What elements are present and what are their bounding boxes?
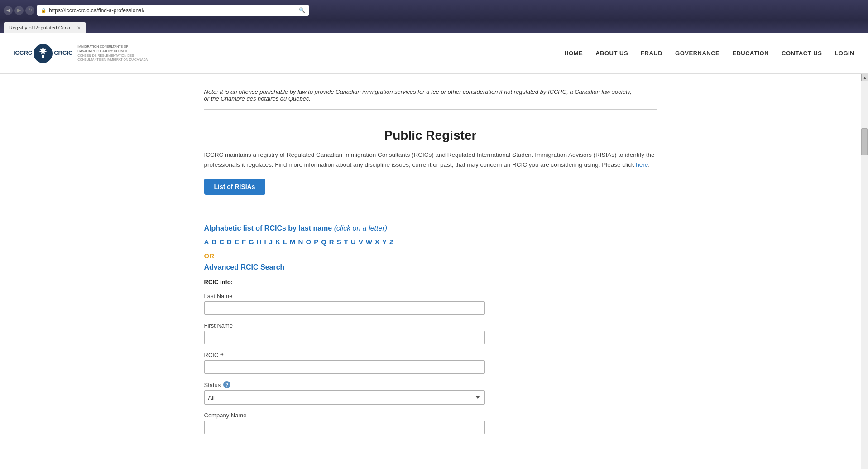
letter-i[interactable]: I xyxy=(264,238,266,246)
note-text: Note: It is an offense punishable by law… xyxy=(204,88,634,102)
content-wrapper: Note: It is an offense punishable by law… xyxy=(191,74,671,452)
tab-title: Registry of Regulated Cana... xyxy=(9,25,74,30)
letter-w[interactable]: W xyxy=(366,238,372,246)
status-info-icon[interactable]: ? xyxy=(223,381,230,388)
letter-l[interactable]: L xyxy=(283,238,287,246)
rcic-num-group: RCIC # xyxy=(204,352,485,374)
last-name-label: Last Name xyxy=(204,293,485,300)
status-row: Status ? xyxy=(204,381,485,388)
first-name-label: First Name xyxy=(204,322,485,329)
rcic-info-label: RCIC info: xyxy=(204,279,485,285)
description-text: ICCRC maintains a registry of Regulated … xyxy=(204,150,657,169)
letter-o[interactable]: O xyxy=(306,238,311,246)
nav-home[interactable]: HOME xyxy=(564,50,583,57)
refresh-button[interactable]: ↻ xyxy=(25,6,34,15)
here-link[interactable]: here xyxy=(636,161,648,168)
page-divider xyxy=(204,119,657,119)
letter-e[interactable]: E xyxy=(235,238,239,246)
main-nav: HOME ABOUT US FRAUD GOVERNANCE EDUCATION… xyxy=(564,50,854,57)
logo-area: ICCRC CRCIC IMMIGRATION CONSULTANTS OF C… xyxy=(14,44,148,63)
rcic-info-group: RCIC info: xyxy=(204,279,485,285)
scrollbar-track: ▲ ▼ xyxy=(861,74,868,469)
site-header: ICCRC CRCIC IMMIGRATION CONSULTANTS OF C… xyxy=(0,33,868,74)
first-name-input[interactable] xyxy=(204,331,485,344)
tab-close-button[interactable]: ✕ xyxy=(77,25,81,30)
last-name-group: Last Name xyxy=(204,293,485,315)
scrollbar-up-button[interactable]: ▲ xyxy=(861,74,868,81)
browser-chrome: ◀ ▶ ↻ 🔒 https://iccrc-crcic.ca/find-a-pr… xyxy=(0,0,868,20)
letter-f[interactable]: F xyxy=(242,238,246,246)
page-title: Public Register xyxy=(204,128,657,143)
note-bar: Note: It is an offense punishable by law… xyxy=(204,83,657,110)
letter-r[interactable]: R xyxy=(329,238,334,246)
section-divider xyxy=(204,213,657,213)
nav-governance[interactable]: GOVERNANCE xyxy=(675,50,719,57)
or-label: OR xyxy=(204,252,657,260)
letter-d[interactable]: D xyxy=(227,238,232,246)
alpha-letters: A B C D E F G H I J K L M N O P Q xyxy=(204,238,657,246)
letter-y[interactable]: Y xyxy=(382,238,387,246)
logo-subtitle: IMMIGRATION CONSULTANTS OF CANADA REGULA… xyxy=(77,44,148,62)
letter-p[interactable]: P xyxy=(314,238,318,246)
url-text: https://iccrc-crcic.ca/find-a-profession… xyxy=(49,7,144,14)
letter-v[interactable]: V xyxy=(359,238,363,246)
letter-q[interactable]: Q xyxy=(321,238,326,246)
letter-k[interactable]: K xyxy=(275,238,280,246)
first-name-group: First Name xyxy=(204,322,485,344)
tab-bar: Registry of Regulated Cana... ✕ xyxy=(0,20,868,33)
svg-rect-1 xyxy=(42,55,44,58)
status-select[interactable]: All Active Inactive Suspended Revoked xyxy=(204,390,485,405)
main-content: Note: It is an offense punishable by law… xyxy=(0,74,861,469)
status-label: Status xyxy=(204,382,221,388)
letter-s[interactable]: S xyxy=(337,238,341,246)
scrollbar-thumb[interactable] xyxy=(861,128,868,155)
rcic-num-input[interactable] xyxy=(204,360,485,374)
logo-crcic-text: CRCIC xyxy=(54,50,72,56)
list-risias-button[interactable]: List of RISIAs xyxy=(204,179,265,195)
letter-n[interactable]: N xyxy=(298,238,303,246)
browser-controls: ◀ ▶ ↻ xyxy=(4,6,34,15)
svg-point-0 xyxy=(34,44,53,63)
forward-button[interactable]: ▶ xyxy=(14,6,24,15)
letter-j[interactable]: J xyxy=(269,238,273,246)
company-name-label: Company Name xyxy=(204,412,485,419)
letter-c[interactable]: C xyxy=(219,238,224,246)
letter-m[interactable]: M xyxy=(290,238,296,246)
page-body: Note: It is an offense punishable by law… xyxy=(0,74,868,469)
letter-z[interactable]: Z xyxy=(389,238,393,246)
lock-icon: 🔒 xyxy=(41,8,46,13)
nav-fraud[interactable]: FRAUD xyxy=(641,50,662,57)
address-bar[interactable]: 🔒 https://iccrc-crcic.ca/find-a-professi… xyxy=(37,5,309,16)
nav-contact[interactable]: CONTACT US xyxy=(782,50,822,57)
company-name-group: Company Name xyxy=(204,412,485,434)
back-button[interactable]: ◀ xyxy=(4,6,13,15)
search-icon: 🔍 xyxy=(299,7,305,13)
last-name-input[interactable] xyxy=(204,301,485,315)
alpha-title: Alphabetic list of RCICs by last name (c… xyxy=(204,224,657,232)
logo-iccrc-text: ICCRC xyxy=(14,50,32,56)
company-name-input[interactable] xyxy=(204,421,485,434)
letter-g[interactable]: G xyxy=(249,238,254,246)
browser-tab[interactable]: Registry of Regulated Cana... ✕ xyxy=(4,22,86,33)
nav-about[interactable]: ABOUT US xyxy=(595,50,628,57)
letter-h[interactable]: H xyxy=(257,238,262,246)
rcic-num-label: RCIC # xyxy=(204,352,485,358)
alpha-section: Alphabetic list of RCICs by last name (c… xyxy=(204,224,657,434)
letter-u[interactable]: U xyxy=(351,238,356,246)
letter-x[interactable]: X xyxy=(375,238,379,246)
advanced-search-title: Advanced RCIC Search xyxy=(204,263,657,271)
nav-education[interactable]: EDUCATION xyxy=(732,50,769,57)
letter-b[interactable]: B xyxy=(211,238,216,246)
status-group: Status ? All Active Inactive Suspended R… xyxy=(204,381,485,405)
nav-login[interactable]: LOGIN xyxy=(834,50,854,57)
letter-t[interactable]: T xyxy=(344,238,348,246)
logo-maple-leaf xyxy=(33,44,53,63)
search-form: RCIC info: Last Name First Name RCIC # xyxy=(204,279,485,434)
letter-a[interactable]: A xyxy=(204,238,209,246)
